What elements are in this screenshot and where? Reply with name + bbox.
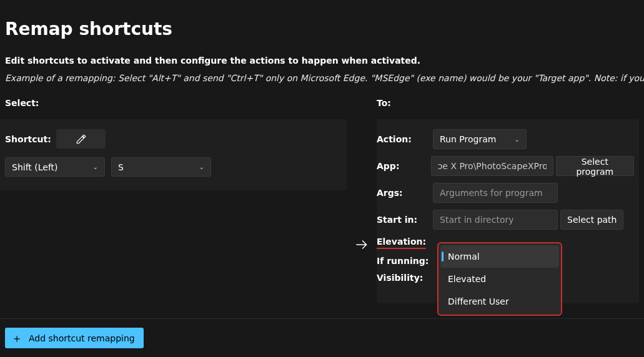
app-input[interactable]: [431, 156, 553, 176]
elevation-option-diffuser[interactable]: Different User: [440, 290, 559, 313]
intro-text: Edit shortcuts to activate and then conf…: [5, 56, 639, 69]
arrow-right-icon: [354, 237, 370, 253]
plus-icon: ＋: [11, 333, 22, 344]
elevation-label: Elevation:: [377, 237, 433, 249]
chevron-down-icon: ⌄: [93, 164, 98, 170]
action-dropdown[interactable]: Run Program ⌄: [433, 129, 527, 149]
shortcut-key1-value: Shift (Left): [12, 162, 58, 172]
app-label: App:: [377, 161, 431, 171]
bottom-bar: ＋ Add shortcut remapping: [0, 318, 644, 357]
ifrunning-label: If running:: [377, 256, 433, 266]
edit-shortcut-button[interactable]: [56, 129, 106, 149]
action-value: Run Program: [440, 134, 496, 144]
shortcut-section: Shortcut: Shift (Left) ⌄ S ⌄: [0, 119, 347, 190]
to-label: To:: [377, 98, 639, 119]
chevron-down-icon: ⌄: [199, 164, 204, 170]
add-button-label: Add shortcut remapping: [29, 333, 135, 343]
pencil-icon: [76, 134, 87, 145]
action-label: Action:: [377, 134, 433, 144]
visibility-label: Visibility:: [377, 273, 433, 283]
elevation-option-elevated[interactable]: Elevated: [440, 268, 559, 290]
shortcut-key1-dropdown[interactable]: Shift (Left) ⌄: [5, 157, 105, 177]
select-path-button[interactable]: Select path: [560, 210, 623, 230]
intro-example: Example of a remapping: Select "Alt+T" a…: [5, 69, 639, 83]
args-input[interactable]: [433, 183, 558, 203]
startin-input[interactable]: [433, 210, 558, 230]
startin-label: Start in:: [377, 215, 433, 225]
elevation-option-normal[interactable]: Normal: [440, 245, 559, 268]
shortcut-row-label: Shortcut:: [5, 134, 56, 144]
select-label: Select:: [5, 98, 347, 119]
elevation-dropdown-popup[interactable]: Normal Elevated Different User: [437, 242, 562, 316]
select-program-button[interactable]: Select program: [556, 156, 634, 176]
args-label: Args:: [377, 188, 433, 198]
chevron-down-icon: ⌄: [515, 136, 520, 143]
shortcut-key2-dropdown[interactable]: S ⌄: [111, 157, 211, 177]
shortcut-key2-value: S: [118, 162, 124, 172]
page-title: Remap shortcuts: [0, 0, 644, 46]
add-shortcut-remapping-button[interactable]: ＋ Add shortcut remapping: [5, 328, 144, 348]
